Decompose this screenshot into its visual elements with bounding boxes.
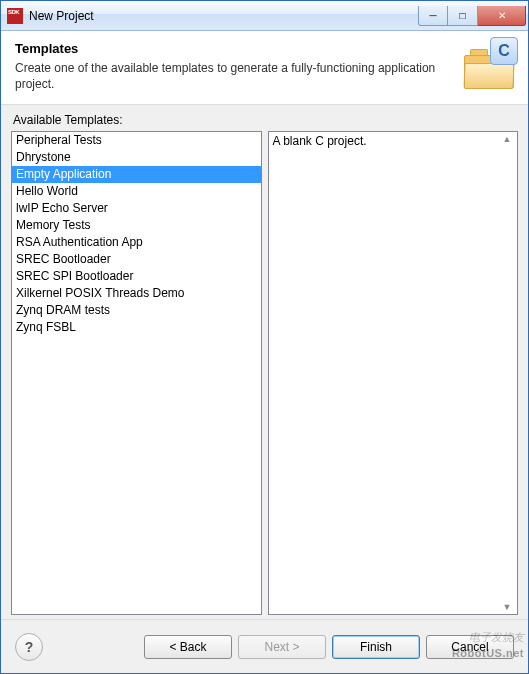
c-language-badge: C xyxy=(490,37,518,65)
window-controls: ─ □ ✕ xyxy=(418,6,526,26)
sdk-app-icon xyxy=(7,8,23,24)
cancel-button[interactable]: Cancel xyxy=(426,635,514,659)
minimize-button[interactable]: ─ xyxy=(418,6,448,26)
finish-button[interactable]: Finish xyxy=(332,635,420,659)
window-title: New Project xyxy=(29,9,94,23)
template-item[interactable]: Hello World xyxy=(12,183,261,200)
wizard-button-bar: ? < Back Next > Finish Cancel xyxy=(1,619,528,673)
close-button[interactable]: ✕ xyxy=(478,6,526,26)
back-button[interactable]: < Back xyxy=(144,635,232,659)
template-description-text: A blank C project. xyxy=(269,132,518,614)
template-item[interactable]: lwIP Echo Server xyxy=(12,200,261,217)
template-item[interactable]: Xilkernel POSIX Threads Demo xyxy=(12,285,261,302)
new-project-dialog: New Project ─ □ ✕ Templates Create one o… xyxy=(0,0,529,674)
template-item[interactable]: Memory Tests xyxy=(12,217,261,234)
header-description: Create one of the available templates to… xyxy=(15,60,460,92)
help-button[interactable]: ? xyxy=(15,633,43,661)
header-folder-icon: C xyxy=(460,41,514,89)
header-title: Templates xyxy=(15,41,460,56)
title-bar: New Project ─ □ ✕ xyxy=(1,1,528,31)
wizard-header: Templates Create one of the available te… xyxy=(1,31,528,105)
template-item[interactable]: SREC SPI Bootloader xyxy=(12,268,261,285)
template-item[interactable]: RSA Authentication App xyxy=(12,234,261,251)
next-button[interactable]: Next > xyxy=(238,635,326,659)
template-description-box: A blank C project. ▲ ▼ xyxy=(268,131,519,615)
wizard-body: Available Templates: Peripheral TestsDhr… xyxy=(1,105,528,619)
template-item[interactable]: Zynq DRAM tests xyxy=(12,302,261,319)
available-templates-label: Available Templates: xyxy=(13,113,516,127)
maximize-button[interactable]: □ xyxy=(448,6,478,26)
templates-listbox[interactable]: Peripheral TestsDhrystoneEmpty Applicati… xyxy=(11,131,262,615)
template-item[interactable]: SREC Bootloader xyxy=(12,251,261,268)
template-item[interactable]: Empty Application xyxy=(12,166,261,183)
template-item[interactable]: Peripheral Tests xyxy=(12,132,261,149)
template-item[interactable]: Zynq FSBL xyxy=(12,319,261,336)
template-item[interactable]: Dhrystone xyxy=(12,149,261,166)
